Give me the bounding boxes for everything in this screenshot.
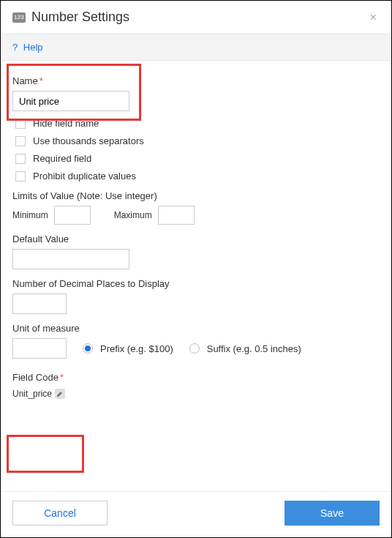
default-value-label: Default Value (12, 233, 380, 244)
unit-row: Prefix (e.g. $100) Suffix (e.g. 0.5 inch… (12, 338, 380, 359)
cancel-button[interactable]: Cancel (12, 501, 108, 526)
thousands-label: Use thousands separators (33, 135, 144, 146)
hide-field-name-row[interactable]: Hide field name (15, 118, 380, 129)
hide-field-name-label: Hide field name (33, 118, 99, 129)
thousands-row[interactable]: Use thousands separators (15, 135, 380, 146)
limits-row: Minimum Maximum (12, 206, 380, 225)
required-label: Required field (33, 153, 91, 164)
prefix-label: Prefix (e.g. $100) (100, 343, 173, 354)
checkbox-icon[interactable] (15, 171, 26, 182)
prohibit-dup-row[interactable]: Prohibit duplicate values (15, 171, 380, 182)
name-label: Name* (12, 75, 380, 86)
min-input[interactable] (54, 206, 91, 225)
checkbox-icon[interactable] (15, 136, 26, 146)
dialog-title: Number Settings (31, 10, 367, 25)
limits-label: Limits of Value (Note: Use integer) (12, 190, 380, 201)
suffix-label: Suffix (e.g. 0.5 inches) (207, 343, 301, 354)
checkbox-icon[interactable] (15, 119, 26, 129)
save-button[interactable]: Save (284, 501, 380, 526)
name-input[interactable] (12, 91, 129, 111)
highlight-field-code (7, 435, 84, 473)
form-content: Name* Hide field name Use thousands sepa… (1, 61, 391, 408)
unit-input[interactable] (12, 338, 67, 359)
help-bar: ? Help (1, 34, 391, 61)
close-icon[interactable]: × (367, 11, 380, 24)
checkbox-icon[interactable] (15, 154, 26, 164)
field-code-value-row: Unit_price (12, 389, 65, 399)
unit-label: Unit of measure (12, 323, 380, 334)
min-label: Minimum (12, 210, 48, 220)
required-row[interactable]: Required field (15, 153, 380, 164)
max-input[interactable] (158, 206, 195, 225)
prohibit-dup-label: Prohibit duplicate values (33, 171, 136, 182)
field-code-value: Unit_price (12, 389, 52, 399)
decimals-label: Number of Decimal Places to Display (12, 278, 380, 289)
max-label: Maximum (114, 210, 152, 220)
dialog-footer: Cancel Save (1, 491, 391, 537)
default-value-input[interactable] (12, 249, 129, 269)
help-icon: ? (12, 42, 18, 53)
number-icon: 123 (12, 12, 26, 23)
dialog-header: 123 Number Settings × (1, 1, 391, 34)
suffix-radio[interactable] (189, 343, 200, 354)
edit-icon[interactable] (55, 389, 65, 399)
decimals-input[interactable] (12, 294, 67, 314)
prefix-radio[interactable] (83, 343, 93, 354)
help-link[interactable]: Help (23, 42, 43, 53)
field-code-label: Field Code* (12, 372, 380, 383)
